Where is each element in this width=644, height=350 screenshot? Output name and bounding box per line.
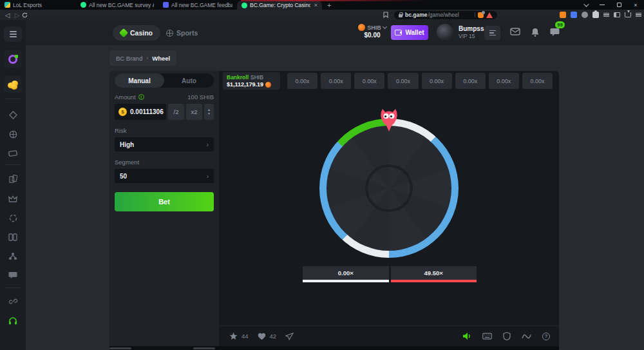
rank-button[interactable] — [484, 26, 500, 40]
browser-tab[interactable]: All new BC.GAME survey & feedback — [76, 0, 158, 10]
extensions-puzzle-icon[interactable] — [592, 12, 599, 18]
user-avatar[interactable] — [437, 24, 453, 41]
basketball-icon — [166, 30, 173, 37]
rank-icon — [489, 30, 496, 36]
restore-button[interactable] — [611, 0, 627, 10]
half-bet-button[interactable]: /2 — [168, 104, 184, 120]
warning-extension-icon[interactable] — [486, 12, 493, 18]
sidebar-divider — [5, 99, 21, 99]
chat-icon[interactable] — [550, 28, 560, 37]
crown-icon — [8, 195, 17, 202]
info-icon[interactable]: i — [138, 94, 144, 100]
url-bar[interactable]: bc.game /game/wheel — [394, 11, 497, 19]
back-button[interactable]: ◁ — [3, 12, 12, 19]
sidebar-item-rewards[interactable] — [4, 75, 22, 93]
bet-button[interactable]: Bet — [115, 192, 214, 211]
reading-list-icon[interactable] — [603, 13, 609, 17]
breadcrumb-separator-icon: › — [146, 55, 148, 61]
notifications-bell-icon[interactable] — [531, 28, 540, 37]
sidebar-menu-button[interactable] — [4, 26, 22, 42]
scrollbar-thumb[interactable] — [193, 347, 215, 349]
metamask-icon[interactable] — [478, 12, 484, 18]
segment-value: 50 — [120, 173, 127, 180]
sound-icon[interactable] — [462, 332, 471, 340]
sidebar-item-casino[interactable] — [8, 110, 18, 120]
browser-tab-bar: LoL Esports All new BC.GAME survey & fee… — [0, 0, 644, 10]
bankroll-box: Bankroll SHIB $1,112,179.19 — [223, 72, 280, 90]
result-panel: 0.00× 49.50× — [303, 266, 477, 282]
extension-gray-icon[interactable] — [582, 12, 588, 18]
game-card: Manual Auto Amount i 100 SHIB $ 0.001113… — [109, 71, 559, 346]
amount-max: 100 SHIB — [187, 93, 214, 101]
chevron-right-icon: › — [207, 141, 209, 148]
browser-tab[interactable]: LoL Esports — [0, 0, 76, 10]
tab-title: All new BC.GAME feedback — [171, 2, 232, 8]
live-stats-icon[interactable] — [522, 333, 531, 340]
sidebar-item-spin[interactable] — [8, 213, 18, 223]
sidebar-item-affiliate[interactable] — [8, 251, 18, 261]
wallet-button[interactable]: Wallet — [391, 25, 428, 40]
diamond-icon — [9, 111, 17, 119]
sidebar-item-game-shows[interactable] — [8, 173, 18, 184]
sidebar-item-my-bets[interactable] — [8, 148, 18, 159]
amount-stepper[interactable]: ▲ ▼ — [204, 104, 214, 120]
left-sidebar — [0, 20, 26, 350]
like-heart-icon[interactable] — [258, 333, 266, 340]
minimize-icon — [600, 5, 605, 6]
favorite-star-icon[interactable] — [229, 332, 238, 340]
close-button[interactable]: × — [627, 0, 644, 10]
sidebar-item-quests[interactable] — [8, 232, 18, 242]
headphones-icon — [8, 316, 17, 325]
sidebar-item-sports[interactable] — [8, 129, 18, 139]
extension-orange-icon[interactable] — [560, 12, 566, 18]
currency-selector[interactable]: SHIB $0.00 — [354, 24, 390, 39]
help-icon[interactable]: ? — [542, 333, 550, 340]
sidebar-item-forum[interactable] — [8, 270, 18, 280]
window-menu-button[interactable] — [577, 0, 594, 10]
sidebar-item-support[interactable] — [8, 315, 18, 326]
segment-select[interactable]: 50 › — [115, 169, 214, 183]
sidebar-item-vip-club[interactable] — [8, 193, 18, 204]
tab-close-icon[interactable]: × — [313, 3, 317, 8]
bookmark-icon[interactable] — [383, 12, 393, 18]
extension-blue-icon[interactable] — [571, 12, 577, 18]
new-tab-button[interactable]: + — [322, 0, 336, 10]
stepper-down-icon[interactable]: ▼ — [207, 112, 211, 115]
tab-auto[interactable]: Auto — [164, 73, 214, 88]
bottom-strip — [109, 346, 559, 350]
minimize-button[interactable] — [594, 0, 611, 10]
download-icon[interactable] — [625, 12, 631, 17]
risk-select[interactable]: High › — [115, 137, 214, 151]
double-bet-button[interactable]: x2 — [186, 104, 202, 120]
breadcrumb-section[interactable]: BC Brand — [116, 55, 142, 62]
share-icon[interactable] — [285, 333, 294, 340]
forward-button[interactable]: ▷ — [12, 12, 22, 19]
reload-button[interactable] — [22, 12, 32, 18]
user-vip-level: VIP 15 — [459, 33, 484, 39]
sidebar-item-bonus-spin[interactable] — [4, 50, 22, 68]
browser-tab-active[interactable]: BC.Game: Crypto Casino Games & × — [237, 1, 322, 10]
quest-book-icon — [8, 233, 17, 241]
browser-tab[interactable]: All new BC.GAME feedback — [158, 0, 237, 10]
amount-input[interactable]: $ 0.00111306 — [115, 104, 166, 120]
cards-icon — [9, 175, 17, 183]
shib-coin-icon — [358, 24, 365, 31]
bankroll-currency: SHIB — [251, 74, 263, 81]
hotkeys-keyboard-icon[interactable] — [482, 333, 492, 340]
scrollbar-thumb[interactable] — [109, 347, 131, 349]
tab-manual[interactable]: Manual — [115, 73, 164, 88]
user-info[interactable]: Bumpss VIP 15 — [459, 25, 484, 39]
fairness-icon[interactable] — [503, 332, 511, 340]
sidebar-divider — [5, 287, 21, 288]
browser-menu-icon[interactable] — [636, 13, 641, 17]
sports-label: Sports — [176, 29, 198, 37]
sidebar-item-links[interactable] — [8, 296, 18, 306]
sidebar-panel-icon[interactable] — [614, 12, 620, 17]
nav-casino-tab[interactable]: Casino — [113, 25, 160, 41]
multiplier-slot: 0.00x — [388, 73, 418, 89]
result-right-value: 49.50× — [391, 266, 477, 280]
nav-sports-tab[interactable]: Sports — [166, 25, 198, 41]
ticket-icon — [8, 150, 17, 157]
mail-icon[interactable] — [510, 28, 520, 35]
amount-value: 0.00111306 — [130, 108, 164, 115]
